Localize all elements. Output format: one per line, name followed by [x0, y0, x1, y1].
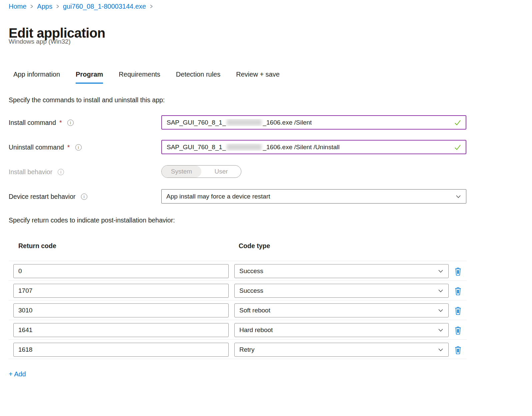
install-command-label-text: Install command: [9, 119, 56, 127]
return-codes-table: Success Success Soft reboot Hard reboot: [9, 261, 467, 359]
info-icon[interactable]: i: [58, 169, 64, 175]
chevron-down-icon: [438, 268, 444, 274]
breadcrumb-chevron-icon: >: [150, 3, 152, 10]
breadcrumb-home-link[interactable]: Home: [9, 3, 26, 10]
device-restart-behavior-label-text: Device restart behavior: [9, 193, 76, 201]
add-return-code-link[interactable]: + Add: [9, 370, 26, 378]
return-codes-section-intro: Specify return codes to indicate post-in…: [9, 216, 175, 224]
code-type-value: Soft reboot: [239, 307, 270, 314]
code-type-select[interactable]: Soft reboot: [234, 303, 449, 317]
code-type-value: Success: [239, 287, 263, 294]
trash-icon: [454, 267, 462, 276]
device-restart-behavior-label: Device restart behavior i: [9, 193, 87, 201]
chevron-down-icon: [438, 307, 444, 313]
uninstall-command-input[interactable]: SAP_GUI_760_8_1__1606.exe /Silent /Unins…: [161, 140, 466, 154]
code-type-select[interactable]: Retry: [234, 343, 449, 357]
delete-row-button[interactable]: [453, 266, 463, 277]
code-type-value: Hard reboot: [239, 326, 273, 334]
trash-icon: [454, 346, 462, 355]
tab-review-save[interactable]: Review + save: [236, 71, 280, 84]
code-type-value: Retry: [239, 346, 254, 353]
delete-row-button[interactable]: [453, 286, 463, 296]
column-header-code-type: Code type: [239, 242, 270, 250]
uninstall-command-label-text: Uninstall command: [9, 144, 64, 151]
trash-icon: [454, 306, 462, 315]
install-command-value: SAP_GUI_760_8_1__1606.exe /Silent: [167, 119, 312, 126]
device-restart-behavior-value: App install may force a device restart: [166, 193, 270, 200]
return-code-input[interactable]: [13, 323, 229, 337]
return-code-input[interactable]: [13, 284, 229, 298]
delete-row-button[interactable]: [453, 345, 463, 355]
delete-row-button[interactable]: [453, 325, 463, 336]
code-type-select[interactable]: Success: [234, 284, 449, 298]
breadcrumb-app-link[interactable]: gui760_08_1-80003144.exe: [63, 3, 146, 10]
install-command-label: Install command* i: [9, 119, 74, 127]
return-code-row: Hard reboot: [9, 320, 467, 339]
valid-check-icon: [454, 119, 462, 127]
return-code-input[interactable]: [13, 264, 229, 278]
return-code-input[interactable]: [13, 303, 229, 317]
code-type-select[interactable]: Hard reboot: [234, 323, 449, 337]
required-asterisk: *: [59, 119, 62, 127]
required-asterisk: *: [67, 144, 70, 151]
install-behavior-label-text: Install behavior: [9, 168, 52, 176]
return-code-row: Success: [9, 280, 467, 300]
tab-app-information[interactable]: App information: [13, 71, 60, 84]
device-restart-behavior-select[interactable]: App install may force a device restart: [161, 189, 466, 204]
return-code-row: Soft reboot: [9, 300, 467, 320]
breadcrumb-apps-link[interactable]: Apps: [37, 3, 52, 10]
code-type-select[interactable]: Success: [234, 264, 449, 278]
valid-check-icon: [454, 143, 462, 151]
chevron-down-icon: [438, 327, 444, 333]
chevron-down-icon: [438, 347, 444, 353]
tab-program[interactable]: Program: [76, 71, 103, 84]
info-icon[interactable]: i: [75, 144, 82, 151]
code-type-value: Success: [239, 267, 263, 275]
column-header-return-code: Return code: [18, 242, 56, 250]
install-behavior-option-user: User: [201, 166, 241, 178]
chevron-down-icon: [455, 194, 461, 200]
info-icon[interactable]: i: [67, 120, 74, 126]
return-code-row: Success: [9, 261, 467, 280]
commands-section-intro: Specify the commands to install and unin…: [9, 96, 165, 104]
info-icon[interactable]: i: [81, 194, 87, 200]
uninstall-command-label: Uninstall command* i: [9, 144, 82, 151]
tab-detection-rules[interactable]: Detection rules: [176, 71, 220, 84]
redacted-blur: [227, 144, 262, 150]
chevron-down-icon: [438, 288, 444, 294]
breadcrumb: Home > Apps > gui760_08_1-80003144.exe >: [9, 3, 153, 10]
install-command-input[interactable]: SAP_GUI_760_8_1__1606.exe /Silent: [161, 115, 466, 130]
return-code-row: Retry: [9, 339, 467, 359]
wizard-tabs: App information Program Requirements Det…: [13, 71, 280, 84]
delete-row-button[interactable]: [453, 305, 463, 316]
install-behavior-label: Install behavior i: [9, 168, 64, 176]
page-subtitle: Windows app (Win32): [9, 38, 71, 45]
breadcrumb-chevron-icon: >: [56, 3, 59, 10]
return-code-input[interactable]: [13, 343, 229, 357]
trash-icon: [454, 287, 462, 296]
trash-icon: [454, 326, 462, 335]
redacted-blur: [227, 119, 262, 126]
install-behavior-option-system: System: [162, 166, 201, 178]
breadcrumb-chevron-icon: >: [31, 3, 33, 10]
tab-requirements[interactable]: Requirements: [119, 71, 160, 84]
uninstall-command-value: SAP_GUI_760_8_1__1606.exe /Silent /Unins…: [167, 144, 340, 151]
install-behavior-toggle: System User: [161, 165, 241, 178]
